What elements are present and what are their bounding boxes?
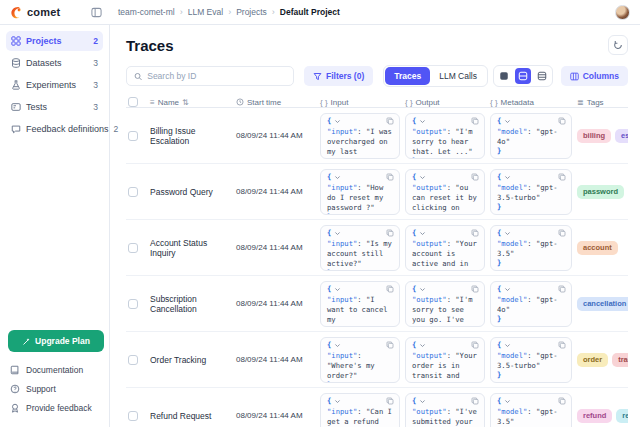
output-json-cell[interactable]: { "output": "I'm sorry to hear that. Let… bbox=[405, 113, 485, 159]
tag-badge[interactable]: request bbox=[616, 409, 628, 423]
trace-name[interactable]: Subscription Cancellation bbox=[150, 294, 236, 314]
copy-icon[interactable] bbox=[471, 341, 479, 349]
expand-chevron-icon[interactable] bbox=[504, 230, 511, 237]
table-row[interactable]: Order Tracking 08/09/24 11:44 AM { "inpu… bbox=[126, 332, 628, 388]
table-row[interactable]: Password Query 08/09/24 11:44 AM { "inpu… bbox=[126, 164, 628, 220]
metadata-json-cell[interactable]: { "model": "gpt-4o" } bbox=[490, 281, 572, 327]
expand-chevron-icon[interactable] bbox=[419, 230, 426, 237]
tag-badge[interactable]: escalation bbox=[615, 129, 628, 143]
row-height-small-icon[interactable] bbox=[496, 68, 512, 84]
column-header-input[interactable]: { } Input bbox=[320, 98, 405, 107]
sidebar-item-projects[interactable]: Projects 2 bbox=[6, 31, 103, 51]
tag-badge[interactable]: tracking bbox=[612, 353, 628, 367]
breadcrumb-workspace[interactable]: team-comet-ml bbox=[118, 7, 175, 17]
table-row[interactable]: Subscription Cancellation 08/09/24 11:44… bbox=[126, 276, 628, 332]
expand-chevron-icon[interactable] bbox=[334, 342, 341, 349]
breadcrumb-section[interactable]: LLM Eval bbox=[188, 7, 223, 17]
breadcrumb-projects[interactable]: Projects bbox=[236, 7, 267, 17]
copy-icon[interactable] bbox=[471, 117, 479, 125]
column-header-output[interactable]: { } Output bbox=[405, 98, 490, 107]
row-checkbox[interactable] bbox=[128, 355, 138, 365]
copy-icon[interactable] bbox=[386, 229, 394, 237]
expand-chevron-icon[interactable] bbox=[419, 174, 426, 181]
metadata-json-cell[interactable]: { "model": "gpt-3.5" } bbox=[490, 225, 572, 271]
expand-chevron-icon[interactable] bbox=[504, 174, 511, 181]
row-checkbox[interactable] bbox=[128, 131, 138, 141]
sidebar-item-datasets[interactable]: Datasets 3 bbox=[6, 53, 103, 73]
filters-button[interactable]: Filters (0) bbox=[304, 66, 373, 86]
expand-chevron-icon[interactable] bbox=[334, 398, 341, 405]
expand-chevron-icon[interactable] bbox=[334, 174, 341, 181]
input-json-cell[interactable]: { "input": "How do I reset my password ?… bbox=[320, 169, 400, 215]
trace-name[interactable]: Refund Request bbox=[150, 411, 236, 421]
output-json-cell[interactable]: { "output": "I'm sorry to see you go. I'… bbox=[405, 281, 485, 327]
expand-chevron-icon[interactable] bbox=[419, 398, 426, 405]
sidebar-item-tests[interactable]: Tests 3 bbox=[6, 97, 103, 117]
refresh-button[interactable] bbox=[608, 35, 628, 55]
sidebar-item-feedback-definitions[interactable]: Feedback definitions 2 bbox=[6, 119, 103, 139]
input-json-cell[interactable]: { "input": "I want to cancel my subscrip… bbox=[320, 281, 400, 327]
sidebar-item-documentation[interactable]: Documentation bbox=[6, 360, 103, 379]
breadcrumb-current[interactable]: Default Project bbox=[280, 7, 340, 17]
input-json-cell[interactable]: { "input": "Is my account still active?"… bbox=[320, 225, 400, 271]
sidebar-item-support[interactable]: Support bbox=[6, 379, 103, 398]
copy-icon[interactable] bbox=[386, 285, 394, 293]
column-header-metadata[interactable]: { } Metadata bbox=[490, 98, 577, 107]
upgrade-plan-button[interactable]: Upgrade Plan bbox=[8, 330, 104, 352]
trace-name[interactable]: Billing Issue Escalation bbox=[150, 126, 236, 146]
copy-icon[interactable] bbox=[386, 341, 394, 349]
input-json-cell[interactable]: { "input": "Where's my order?" } bbox=[320, 337, 400, 383]
row-height-large-icon[interactable] bbox=[534, 68, 550, 84]
expand-chevron-icon[interactable] bbox=[419, 118, 426, 125]
copy-icon[interactable] bbox=[558, 117, 566, 125]
sidebar-collapse-icon[interactable] bbox=[91, 7, 102, 18]
copy-icon[interactable] bbox=[471, 173, 479, 181]
row-checkbox[interactable] bbox=[128, 299, 138, 309]
expand-chevron-icon[interactable] bbox=[334, 230, 341, 237]
copy-icon[interactable] bbox=[471, 285, 479, 293]
tag-badge[interactable]: account bbox=[577, 241, 618, 255]
metadata-json-cell[interactable]: { "model": "gpt-3.5-turbo" } bbox=[490, 169, 572, 215]
sidebar-item-provide-feedback[interactable]: Provide feedback bbox=[6, 398, 103, 417]
input-json-cell[interactable]: { "input": "I was overcharged on my last… bbox=[320, 113, 400, 159]
copy-icon[interactable] bbox=[386, 397, 394, 405]
output-json-cell[interactable]: { "output": "ou can reset it by clicking… bbox=[405, 169, 485, 215]
row-checkbox[interactable] bbox=[128, 411, 138, 421]
user-avatar[interactable] bbox=[615, 5, 630, 20]
comet-logo[interactable]: comet bbox=[10, 6, 60, 19]
tag-badge[interactable]: refund bbox=[577, 409, 612, 423]
tag-badge[interactable]: cancellation bbox=[577, 297, 628, 311]
tab-traces[interactable]: Traces bbox=[385, 67, 430, 85]
copy-icon[interactable] bbox=[471, 397, 479, 405]
trace-name[interactable]: Password Query bbox=[150, 187, 236, 197]
expand-chevron-icon[interactable] bbox=[419, 286, 426, 293]
output-json-cell[interactable]: { "output": "I've submitted your refund … bbox=[405, 393, 485, 427]
expand-chevron-icon[interactable] bbox=[504, 118, 511, 125]
output-json-cell[interactable]: { "output": "Your order is in transit an… bbox=[405, 337, 485, 383]
row-checkbox[interactable] bbox=[128, 243, 138, 253]
trace-name[interactable]: Order Tracking bbox=[150, 355, 236, 365]
table-row[interactable]: Billing Issue Escalation 08/09/24 11:44 … bbox=[126, 108, 628, 164]
tag-badge[interactable]: order bbox=[577, 353, 608, 367]
search-input[interactable] bbox=[147, 71, 286, 81]
expand-chevron-icon[interactable] bbox=[334, 286, 341, 293]
metadata-json-cell[interactable]: { "model": "gpt-3.5-turbo" } bbox=[490, 337, 572, 383]
copy-icon[interactable] bbox=[558, 397, 566, 405]
expand-chevron-icon[interactable] bbox=[504, 286, 511, 293]
tag-badge[interactable]: billing bbox=[577, 129, 611, 143]
expand-chevron-icon[interactable] bbox=[419, 342, 426, 349]
copy-icon[interactable] bbox=[558, 341, 566, 349]
table-row[interactable]: Account Status Inquiry 08/09/24 11:44 AM… bbox=[126, 220, 628, 276]
columns-button[interactable]: Columns bbox=[561, 66, 628, 86]
expand-chevron-icon[interactable] bbox=[504, 342, 511, 349]
tag-badge[interactable]: password bbox=[577, 185, 624, 199]
row-height-medium-icon[interactable] bbox=[515, 68, 531, 84]
input-json-cell[interactable]: { "input": "Can I get a refund for my la… bbox=[320, 393, 400, 427]
search-box[interactable] bbox=[126, 66, 294, 86]
column-header-name[interactable]: ≡ Name ⇅ bbox=[150, 98, 236, 107]
sidebar-item-experiments[interactable]: Experiments 3 bbox=[6, 75, 103, 95]
expand-chevron-icon[interactable] bbox=[334, 118, 341, 125]
tab-llm-calls[interactable]: LLM Calls bbox=[430, 67, 486, 85]
copy-icon[interactable] bbox=[386, 173, 394, 181]
expand-chevron-icon[interactable] bbox=[504, 398, 511, 405]
